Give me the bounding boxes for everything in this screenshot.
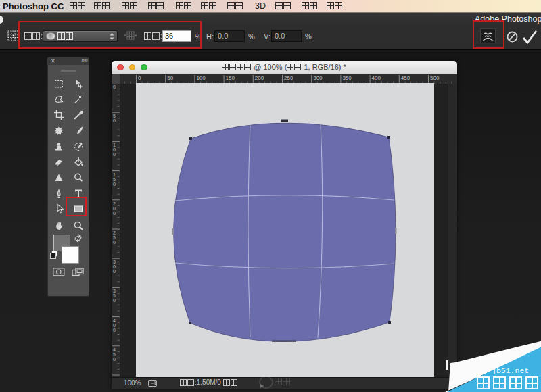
svg-text:0: 0 xyxy=(138,75,141,81)
svg-text:0: 0 xyxy=(113,357,116,362)
svg-text:100: 100 xyxy=(196,75,206,81)
svg-text:0: 0 xyxy=(113,118,116,123)
svg-text:0: 0 xyxy=(113,328,116,333)
svg-text:5: 5 xyxy=(113,177,116,182)
svg-text:5: 5 xyxy=(113,352,116,357)
svg-text:50: 50 xyxy=(167,75,173,81)
svg-text:500: 500 xyxy=(430,75,440,81)
svg-text:250: 250 xyxy=(284,75,293,81)
svg-text:0: 0 xyxy=(113,240,116,245)
svg-text:0: 0 xyxy=(113,182,116,187)
svg-text:2: 2 xyxy=(113,230,116,235)
svg-text:200: 200 xyxy=(255,75,264,81)
svg-text:0: 0 xyxy=(113,84,116,89)
svg-text:3: 3 xyxy=(113,289,116,293)
svg-text:1: 1 xyxy=(113,172,116,177)
svg-text:4: 4 xyxy=(113,318,116,323)
svg-text:350: 350 xyxy=(342,75,352,81)
svg-text:0: 0 xyxy=(113,269,116,274)
svg-text:400: 400 xyxy=(372,75,381,81)
svg-text:1: 1 xyxy=(113,143,116,147)
svg-text:4: 4 xyxy=(113,347,116,352)
svg-text:3: 3 xyxy=(113,260,116,264)
svg-text:5: 5 xyxy=(113,293,116,298)
svg-text:5: 5 xyxy=(113,114,116,118)
svg-text:0: 0 xyxy=(113,211,116,216)
svg-text:300: 300 xyxy=(313,75,323,81)
svg-text:0: 0 xyxy=(113,152,116,157)
svg-text:0: 0 xyxy=(113,147,116,152)
svg-text:2: 2 xyxy=(113,201,116,206)
svg-text:450: 450 xyxy=(401,75,410,81)
svg-text:jb51.net: jb51.net xyxy=(492,366,529,375)
svg-text:0: 0 xyxy=(113,264,116,269)
svg-text:150: 150 xyxy=(226,75,235,81)
svg-text:0: 0 xyxy=(113,206,116,211)
svg-text:5: 5 xyxy=(113,235,116,240)
svg-text:0: 0 xyxy=(113,298,116,303)
svg-text:0: 0 xyxy=(113,323,116,328)
